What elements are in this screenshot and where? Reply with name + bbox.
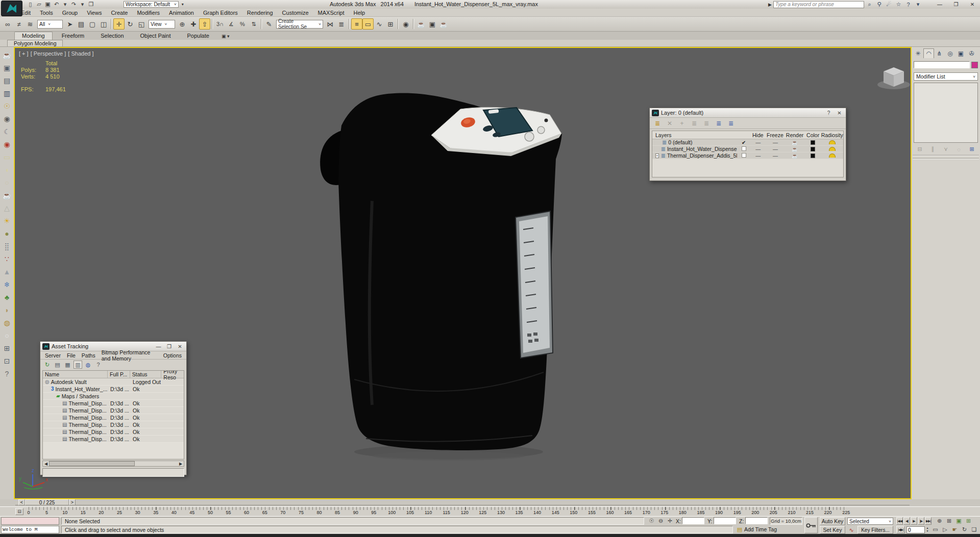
asset-name[interactable]: Thermal_Disp...	[68, 436, 106, 442]
show-end-result-button[interactable]: ∥	[929, 145, 937, 153]
freeze-toggle[interactable]: —	[773, 153, 777, 159]
close-button[interactable]: ✕	[176, 343, 184, 350]
set-keys-button[interactable]	[804, 517, 818, 533]
edit-named-sets-button[interactable]: ✎	[263, 18, 275, 30]
layer-color-swatch[interactable]	[811, 147, 815, 151]
ribbon-overflow-button[interactable]: ▣ ▾	[218, 34, 233, 40]
render-production-button[interactable]: ☕	[438, 18, 449, 30]
plane-primitive-icon[interactable]: ▭	[1, 151, 13, 163]
layer-color-swatch[interactable]	[811, 154, 815, 158]
hierarchy-tab[interactable]: ⋔	[934, 48, 945, 58]
maxscript-macro-recorder[interactable]	[1, 517, 59, 525]
menu-item[interactable]: Group	[58, 9, 83, 16]
ribbon-toggle-button[interactable]: ▭	[362, 18, 374, 30]
menu-item[interactable]: Paths	[79, 352, 98, 359]
next-frame-button[interactable]: |▶	[918, 517, 924, 525]
bird-icon[interactable]: ◗	[1, 304, 13, 316]
window-crossing-button[interactable]: ◫	[98, 18, 109, 30]
viewport-menu-shading[interactable]: [ Shaded ]	[68, 50, 93, 57]
column-render[interactable]: Render	[785, 132, 805, 138]
pan-hand-button[interactable]: ☛	[950, 526, 959, 533]
viewport-menu-pov[interactable]: [ Perspective ]	[31, 50, 66, 57]
angle-snap-button[interactable]: ∡	[226, 18, 237, 30]
foliage-icon[interactable]: ♣	[1, 291, 13, 303]
modify-tab[interactable]: ◠	[923, 48, 934, 58]
layer-row[interactable]: + ≣ 0 (default) — — ☕	[652, 139, 843, 146]
key-filters-button[interactable]: Key Filters...	[857, 526, 893, 534]
viewport-menu-plus[interactable]: [ + ]	[19, 50, 29, 57]
time-slider-value[interactable]: 0 / 225	[25, 499, 69, 505]
add-to-layer-button[interactable]: +	[677, 119, 687, 127]
percent-snap-button[interactable]: %	[237, 18, 248, 30]
asset-name[interactable]: Autodesk Vault	[51, 379, 87, 385]
utilities-tab[interactable]: ✇	[966, 48, 977, 58]
orbit-button[interactable]: ↻	[960, 526, 969, 533]
grid-document-icon[interactable]: ⊞	[1, 342, 13, 354]
layer-dialog-titlebar[interactable]: Layer: 0 (default) ? ✕	[650, 108, 846, 118]
zoom-extents-all-button[interactable]: ⊞	[964, 517, 973, 525]
app-logo-button[interactable]	[1, 1, 22, 16]
menu-item[interactable]: Graph Editors	[199, 9, 242, 16]
details-view-button[interactable]: ▤	[53, 361, 62, 369]
curve-editor-button[interactable]: ∿	[374, 18, 385, 30]
select-and-scale-button[interactable]: ◱	[136, 18, 147, 30]
reference-coordinate-dropdown[interactable]: View ˅	[149, 20, 175, 29]
previous-frame-arrow[interactable]: <	[18, 499, 25, 505]
help-button[interactable]: ?	[824, 109, 833, 116]
rectangular-region-button[interactable]: ▢	[87, 18, 98, 30]
set-current-layer-button[interactable]: ≣	[702, 119, 711, 127]
layer-name[interactable]: Instant_Hot_Water_Dispenser_5L	[667, 146, 737, 152]
object-color-swatch[interactable]	[971, 62, 978, 68]
select-in-layer-button[interactable]: ≣	[690, 119, 699, 127]
communication-center-icon[interactable]: ☄	[884, 1, 894, 8]
horizontal-scrollbar[interactable]: ◀ ▶	[42, 461, 184, 467]
mirror-button[interactable]: ⋈	[325, 18, 336, 30]
asset-name[interactable]: Thermal_Disp...	[68, 415, 106, 421]
polygon-modeling-panel[interactable]: Polygon Modeling	[7, 40, 63, 46]
help-icon[interactable]: ?	[1, 368, 13, 380]
freeze-toggle[interactable]: —	[773, 140, 777, 145]
asset-row[interactable]: 3 Instant_Hot_Water_... D:\3d ... Ok	[43, 386, 184, 393]
column-layers[interactable]: Layers	[652, 132, 737, 138]
render-teapot-icon[interactable]: ☕	[792, 140, 798, 145]
render-settings-icon[interactable]: ▤	[1, 74, 13, 87]
search-icon[interactable]: ⌕	[865, 1, 874, 8]
spinner-snap-button[interactable]: ⇅	[248, 18, 259, 30]
menu-item[interactable]: Animation	[164, 9, 199, 16]
layer-row[interactable]: + ≣ Instant_Hot_Water_Dispenser_5L — — ☕	[652, 146, 843, 152]
asset-row[interactable]: ▤ Thermal_Disp... D:\3d ... Ok	[43, 400, 184, 407]
hide-unhide-all-button[interactable]: ≣	[714, 119, 723, 127]
help-dropdown-icon[interactable]: ▾	[913, 1, 923, 8]
particles-icon[interactable]: ∵	[1, 253, 13, 265]
restore-button[interactable]: ❐	[949, 1, 963, 8]
thumbnail-view-button[interactable]: ▦	[63, 361, 72, 369]
shaded-sphere-icon[interactable]: ☾	[1, 125, 13, 138]
menu-item[interactable]: Customize	[278, 9, 313, 16]
z-coordinate-field[interactable]	[745, 517, 768, 524]
light-bulb-icon[interactable]: ☉	[1, 100, 13, 112]
motion-tab[interactable]: ◎	[945, 48, 955, 58]
asset-row[interactable]: ▤ Thermal_Disp... D:\3d ... Ok	[43, 421, 184, 428]
scrollbar-thumb[interactable]	[49, 461, 135, 466]
select-object-button[interactable]: ➤	[64, 18, 76, 30]
selection-set-dropdown[interactable]: Selected ˅	[847, 518, 893, 525]
column-color[interactable]: Color	[805, 132, 821, 138]
create-tab[interactable]: ✳	[913, 48, 923, 58]
asset-row[interactable]: ▤ Thermal_Disp... D:\3d ... Ok	[43, 407, 184, 414]
current-layer-toggle[interactable]	[742, 146, 746, 151]
search-expander-icon[interactable]: ▶	[767, 2, 773, 7]
close-button[interactable]: ✕	[835, 109, 844, 116]
blob-primitive-icon[interactable]: ◖	[1, 164, 13, 176]
asset-name[interactable]: Maps / Shaders	[62, 393, 100, 399]
modifier-stack[interactable]	[914, 83, 978, 143]
column-freeze[interactable]: Freeze	[766, 132, 785, 138]
time-slider-handle[interactable]: < 0 / 225 >	[18, 499, 76, 505]
ribbon-tab[interactable]: Freeform	[55, 32, 92, 40]
minimize-button[interactable]: —	[933, 1, 946, 8]
column-hide[interactable]: Hide	[750, 132, 766, 138]
rendered-frame-window-button[interactable]: ▣	[427, 18, 438, 30]
radiosity-icon[interactable]	[829, 147, 836, 151]
maxscript-mini-listener[interactable]: Welcome to M	[1, 526, 59, 533]
zoom-region-button[interactable]: ▭	[931, 526, 940, 533]
object-name-field[interactable]	[914, 61, 970, 68]
